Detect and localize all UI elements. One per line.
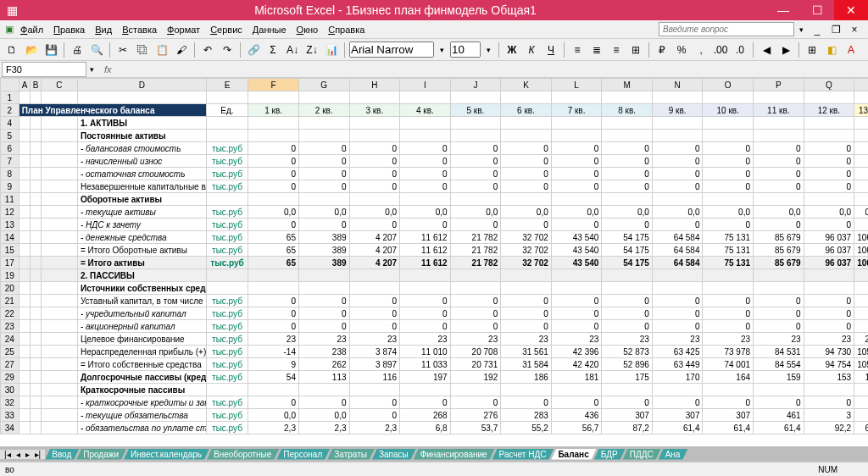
data-cell[interactable]: 0 [298, 320, 349, 333]
data-cell[interactable]: 0 [298, 295, 349, 307]
data-cell[interactable]: 0 [501, 142, 552, 155]
data-cell[interactable]: 0 [248, 219, 299, 231]
cell[interactable] [298, 130, 349, 142]
data-cell[interactable]: 11 033 [400, 358, 451, 371]
data-cell[interactable]: 0 [703, 320, 754, 333]
data-cell[interactable]: 0,0 [248, 409, 299, 422]
data-cell[interactable]: 23 [349, 333, 400, 346]
data-cell[interactable]: 0 [804, 180, 854, 193]
cell[interactable] [804, 91, 854, 104]
data-cell[interactable]: 0 [501, 396, 552, 409]
cell[interactable] [804, 282, 854, 295]
cell[interactable] [754, 282, 804, 295]
cell[interactable] [754, 384, 804, 396]
cell[interactable] [19, 231, 30, 244]
data-cell[interactable]: 0 [349, 219, 400, 231]
cell[interactable] [652, 193, 703, 206]
data-cell[interactable]: 23 [248, 333, 299, 346]
cell[interactable] [30, 307, 41, 320]
cell[interactable] [30, 295, 41, 307]
data-cell[interactable]: 276 [450, 409, 501, 422]
sheet-tab-Внеоборотные[interactable]: Внеоборотные [207, 449, 279, 460]
data-cell[interactable]: 0 [349, 320, 400, 333]
cell[interactable] [551, 269, 602, 282]
cell[interactable] [248, 282, 299, 295]
cell[interactable] [41, 371, 77, 384]
data-cell[interactable]: 43 540 [551, 244, 602, 257]
undo-icon[interactable]: ↶ [199, 42, 216, 58]
data-cell[interactable]: 0 [248, 142, 299, 155]
row-head-5[interactable]: 5 [1, 130, 19, 142]
align-right-icon[interactable]: ≡ [608, 42, 625, 58]
data-cell[interactable]: 0 [400, 396, 451, 409]
data-cell[interactable]: 0 [450, 168, 501, 180]
data-cell[interactable]: 0,0 [754, 206, 804, 219]
cell[interactable] [41, 130, 77, 142]
cell[interactable] [19, 180, 30, 193]
tab-next-icon[interactable]: ▸ [23, 450, 32, 459]
cell[interactable] [248, 117, 299, 130]
data-cell[interactable]: 0 [298, 219, 349, 231]
data-cell[interactable]: 0 [450, 307, 501, 320]
data-cell[interactable]: 84 554 [754, 358, 804, 371]
cell[interactable] [41, 257, 77, 269]
data-cell[interactable]: 164 [703, 371, 754, 384]
cell[interactable] [501, 193, 552, 206]
data-cell[interactable]: 53,7 [450, 422, 501, 434]
data-cell[interactable] [854, 155, 868, 168]
sort-asc-icon[interactable]: A↓ [284, 42, 301, 58]
data-cell[interactable]: 32 702 [501, 244, 552, 257]
data-cell[interactable]: 0 [349, 295, 400, 307]
data-cell[interactable]: 0 [602, 307, 653, 320]
data-cell[interactable]: 23 [754, 333, 804, 346]
cell[interactable] [652, 282, 703, 295]
data-cell[interactable]: 307 [602, 409, 653, 422]
data-cell[interactable]: 23 [501, 333, 552, 346]
name-box[interactable] [2, 62, 86, 77]
col-head-D[interactable]: D [77, 79, 206, 91]
cell[interactable] [41, 384, 77, 396]
data-cell[interactable]: 23 [602, 333, 653, 346]
cell[interactable] [30, 91, 41, 104]
cell[interactable] [602, 384, 653, 396]
cell[interactable] [349, 384, 400, 396]
data-cell[interactable]: 307 [652, 409, 703, 422]
data-cell[interactable]: 159 [754, 371, 804, 384]
save-icon[interactable]: 💾 [42, 42, 59, 58]
data-cell[interactable]: 31 561 [501, 346, 552, 358]
cell[interactable] [41, 91, 77, 104]
data-cell[interactable]: 0 [703, 295, 754, 307]
comma-icon[interactable]: ‚ [693, 42, 709, 58]
cell[interactable] [652, 117, 703, 130]
data-cell[interactable]: 113 [298, 371, 349, 384]
row-head-17[interactable]: 17 [1, 257, 19, 269]
cell[interactable] [854, 91, 868, 104]
cell[interactable] [450, 117, 501, 130]
data-cell[interactable]: 75 131 [703, 231, 754, 244]
data-cell[interactable]: 0 [551, 307, 602, 320]
row-head-12[interactable]: 12 [1, 206, 19, 219]
cell[interactable] [804, 117, 854, 130]
col-head-P[interactable]: P [754, 79, 804, 91]
data-cell[interactable]: 0,0 [298, 206, 349, 219]
data-cell[interactable]: 64 584 [652, 231, 703, 244]
data-cell[interactable]: 106 [854, 244, 868, 257]
cell[interactable] [19, 333, 30, 346]
data-cell[interactable]: 0 [652, 168, 703, 180]
font-name-input[interactable] [349, 42, 434, 58]
fx-icon[interactable]: fx [97, 64, 119, 75]
cell[interactable] [703, 384, 754, 396]
percent-icon[interactable]: % [673, 42, 690, 58]
cell[interactable] [703, 91, 754, 104]
data-cell[interactable]: 436 [551, 409, 602, 422]
spreadsheet-grid[interactable]: ABCDEFGHIJKLMNOPQ 12План Управленческого… [0, 78, 868, 464]
cell[interactable] [19, 320, 30, 333]
col-head-K[interactable]: K [501, 79, 552, 91]
cell[interactable] [41, 180, 77, 193]
data-cell[interactable]: 170 [652, 371, 703, 384]
close-button[interactable]: ✕ [834, 0, 868, 20]
data-cell[interactable]: 0 [652, 307, 703, 320]
sheet-tab-Инвест.календарь[interactable]: Инвест.календарь [124, 449, 209, 460]
data-cell[interactable]: 0 [450, 180, 501, 193]
align-center-icon[interactable]: ≣ [588, 42, 605, 58]
